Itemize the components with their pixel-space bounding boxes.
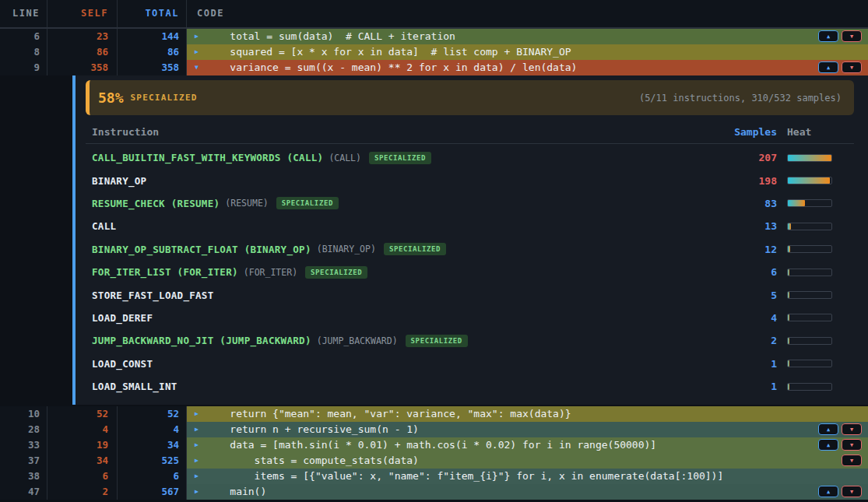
code-text: squared = [x * x for x in data] # list c…	[206, 44, 571, 60]
expander-icon[interactable]: ▶	[195, 453, 199, 469]
code-row-line-33: 33 19 34 ▶ data = [math.sin(i * 0.01) + …	[0, 437, 868, 453]
code-text: return {"mean": mean, "var": variance, "…	[206, 406, 571, 422]
code-text: variance = sum((x - mean) ** 2 for x in …	[206, 60, 577, 75]
up-button[interactable]: ▲	[818, 486, 838, 497]
line-number-cell: 33	[0, 437, 47, 453]
sample-count: 1	[771, 358, 777, 370]
expander-icon[interactable]: ▶	[195, 406, 199, 422]
code-row-line-38: 38 6 6 ▶ items = [{"value": x, "name": f…	[0, 469, 868, 484]
heat-bar	[787, 245, 832, 253]
instruction-row: CALL_BUILTIN_FAST_WITH_KEYWORDS (CALL) (…	[76, 146, 868, 169]
expander-icon[interactable]: ▶	[195, 469, 199, 484]
instruction-name: BINARY_OP	[92, 175, 146, 187]
line-number-cell: 47	[0, 484, 47, 500]
expander-icon[interactable]: ▶	[195, 437, 199, 453]
line-number-cell: 38	[0, 469, 47, 484]
down-button[interactable]: ▼	[842, 486, 862, 497]
heat-bar	[787, 223, 832, 230]
sample-count: 2	[771, 335, 777, 346]
total-samples-cell: 567	[118, 484, 187, 500]
heat-bar	[787, 291, 832, 299]
specialized-badge: SPECIALIZED	[384, 243, 446, 255]
table-header: LINE SELF TOTAL CODE	[0, 0, 868, 29]
specialized-percent: 58%	[98, 90, 124, 106]
heat-column-header: Heat	[787, 123, 832, 141]
sample-count: 83	[764, 198, 777, 209]
sample-count: 12	[764, 244, 777, 255]
specialized-badge: SPECIALIZED	[276, 197, 339, 209]
down-button[interactable]: ▼	[842, 30, 862, 42]
down-button[interactable]: ▼	[842, 455, 862, 466]
code-cell[interactable]: ▼ variance = sum((x - mean) ** 2 for x i…	[187, 60, 868, 75]
code-cell[interactable]: ▶ total = sum(data) # CALL + iteration ▲…	[187, 29, 868, 44]
expander-icon[interactable]: ▶	[195, 44, 199, 60]
code-cell[interactable]: ▶ return n + recursive_sum(n - 1) ▲ ▼	[187, 422, 868, 437]
heat-bar-fill	[788, 177, 830, 184]
up-button[interactable]: ▲	[818, 423, 838, 435]
instruction-row: LOAD_DEREF 4	[76, 307, 868, 329]
down-button[interactable]: ▼	[842, 61, 862, 73]
self-samples-cell: 23	[47, 29, 118, 44]
code-text: return n + recursive_sum(n - 1)	[206, 422, 419, 437]
heat-bar	[787, 177, 832, 184]
total-samples-cell: 52	[118, 406, 187, 422]
instruction-name: JUMP_BACKWARD_NO_JIT (JUMP_BACKWARD)	[92, 335, 311, 346]
code-text: items = [{"value": x, "name": f"item_{i}…	[206, 469, 723, 484]
expander-icon[interactable]: ▼	[195, 60, 199, 75]
total-samples-cell: 6	[118, 469, 187, 484]
heat-bar	[787, 360, 832, 367]
heat-bar-fill	[788, 200, 805, 206]
down-button[interactable]: ▼	[842, 423, 862, 435]
down-arrow-icon: ▼	[850, 422, 853, 437]
sample-count: 207	[759, 152, 777, 163]
code-cell[interactable]: ▶ stats = compute_stats(data) ▼	[187, 453, 868, 469]
code-cell[interactable]: ▶ return {"mean": mean, "var": variance,…	[187, 406, 868, 422]
code-text: stats = compute_stats(data)	[206, 453, 419, 469]
up-arrow-icon: ▲	[827, 60, 830, 75]
up-arrow-icon: ▲	[827, 437, 830, 453]
total-samples-cell: 4	[118, 422, 187, 437]
expander-icon[interactable]: ▶	[195, 484, 199, 500]
heat-bar	[787, 154, 832, 162]
instruction-row: RESUME_CHECK (RESUME) (RESUME) SPECIALIZ…	[76, 192, 868, 215]
heat-bar-fill	[788, 223, 791, 230]
code-cell[interactable]: ▶ data = [math.sin(i * 0.01) + math.cos(…	[187, 437, 868, 453]
instruction-name: LOAD_CONST	[92, 358, 153, 370]
code-cell[interactable]: ▶ main() ▲ ▼	[187, 484, 868, 500]
instruction-row: CALL 13	[76, 215, 868, 237]
heat-bar	[787, 337, 832, 345]
instruction-name: CALL	[92, 220, 116, 232]
column-header-line: LINE	[0, 0, 47, 27]
up-button[interactable]: ▲	[818, 439, 838, 451]
heat-bar-fill	[788, 338, 789, 344]
profiler-app: LINE SELF TOTAL CODE 6 23 144 ▶ total = …	[0, 0, 868, 502]
up-button[interactable]: ▲	[818, 30, 838, 42]
up-button[interactable]: ▲	[818, 61, 838, 73]
code-text: data = [math.sin(i * 0.01) + math.cos(i …	[206, 437, 656, 453]
instruction-row: BINARY_OP_SUBTRACT_FLOAT (BINARY_OP) (BI…	[76, 238, 868, 261]
total-samples-cell: 34	[118, 437, 187, 453]
column-header-self: SELF	[47, 0, 118, 27]
instruction-name: BINARY_OP_SUBTRACT_FLOAT (BINARY_OP)	[92, 244, 311, 255]
sample-count: 5	[771, 290, 777, 301]
instruction-base-name: (CALL)	[329, 153, 361, 163]
down-arrow-icon: ▼	[850, 484, 853, 500]
header-divider	[86, 143, 854, 144]
sample-count: 198	[759, 175, 777, 187]
heat-bar-fill	[788, 155, 831, 161]
sample-note: (5/11 instructions, 310/532 samples)	[639, 93, 842, 104]
self-samples-cell: 2	[47, 484, 118, 500]
instruction-name: CALL_BUILTIN_FAST_WITH_KEYWORDS (CALL)	[92, 152, 323, 163]
expander-icon[interactable]: ▶	[195, 29, 199, 44]
heat-bar	[787, 199, 832, 207]
code-cell[interactable]: ▶ items = [{"value": x, "name": f"item_{…	[187, 469, 868, 484]
sample-count: 13	[764, 220, 777, 232]
up-arrow-icon: ▲	[827, 29, 830, 44]
instruction-row: JUMP_BACKWARD_NO_JIT (JUMP_BACKWARD) (JU…	[76, 329, 868, 352]
expander-icon[interactable]: ▶	[195, 422, 199, 437]
code-row-line-8: 8 86 86 ▶ squared = [x * x for x in data…	[0, 44, 868, 60]
heat-bar	[787, 383, 832, 391]
down-button[interactable]: ▼	[842, 439, 862, 451]
code-cell[interactable]: ▶ squared = [x * x for x in data] # list…	[187, 44, 868, 60]
code-row-line-47: 47 2 567 ▶ main() ▲ ▼	[0, 484, 868, 500]
